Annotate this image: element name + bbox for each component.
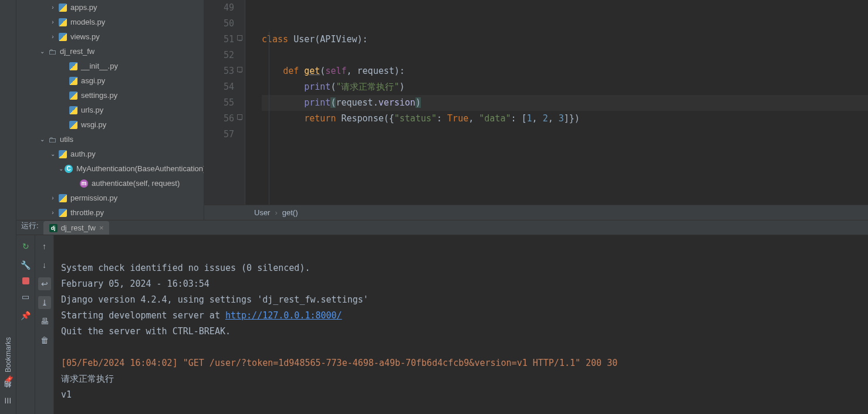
code-line[interactable] xyxy=(262,127,868,142)
tree-item-label: __init__.py xyxy=(81,62,118,70)
crumb-sep: › xyxy=(275,208,277,217)
tree-item-label: utils xyxy=(60,135,73,144)
run-tool-col-1: ↻ 🔧 ▭ 📌 xyxy=(16,235,35,414)
structure-tool[interactable]: ☰ 结构 xyxy=(2,389,14,409)
console-line: February 05, 2024 - 16:03:54 xyxy=(61,279,210,289)
layout-icon[interactable]: ▭ xyxy=(19,290,32,303)
stop-button[interactable] xyxy=(22,277,29,284)
softwrap-icon[interactable]: ↩ xyxy=(38,277,51,290)
code-line[interactable]: class User(APIView): xyxy=(262,32,868,47)
python-file-icon xyxy=(58,18,68,27)
tree-row[interactable]: ⌄🗀utils xyxy=(16,132,204,147)
run-tool-col-2: ↑ ↓ ↩ ⤓ 🖶 🗑 xyxy=(35,235,54,414)
python-file-icon xyxy=(58,208,68,218)
tree-row[interactable]: ⌄CMyAuthentication(BaseAuthentication) xyxy=(16,161,204,176)
tree-row[interactable]: ·asgi.py xyxy=(16,73,204,88)
console-line: v1 xyxy=(61,389,72,400)
folder-icon: 🗀 xyxy=(47,135,58,144)
python-file-icon xyxy=(58,3,68,12)
console-output[interactable]: System check identified no issues (0 sil… xyxy=(54,235,868,414)
run-config-tab[interactable]: dj dj_rest_fw × xyxy=(43,221,110,235)
python-file-icon xyxy=(58,194,68,203)
chevron-icon[interactable]: ⌄ xyxy=(48,151,58,157)
chevron-icon[interactable]: › xyxy=(48,33,58,40)
crumb-class[interactable]: User xyxy=(254,208,270,217)
code-line[interactable]: print("请求正常执行") xyxy=(262,79,868,95)
tree-item-label: wsgi.py xyxy=(81,120,106,129)
tree-row[interactable]: ›models.py xyxy=(16,15,204,29)
python-file-icon xyxy=(68,76,79,86)
console-request-line: [05/Feb/2024 16:04:02] "GET /user/?token… xyxy=(61,358,617,368)
tree-item-label: MyAuthentication(BaseAuthentication) xyxy=(76,164,204,173)
tree-row[interactable]: ⌄auth.py xyxy=(16,147,204,161)
tree-item-label: auth.py xyxy=(70,150,96,158)
left-tool-rail: 🔖 Bookmarks ☰ 结构 xyxy=(0,0,16,414)
up-arrow-icon[interactable]: ↑ xyxy=(38,240,51,253)
scroll-icon[interactable]: ⤓ xyxy=(38,296,51,309)
chevron-icon[interactable]: ⌄ xyxy=(59,165,63,172)
tree-row[interactable]: ›views.py xyxy=(16,29,204,44)
python-file-icon xyxy=(58,150,68,159)
tree-row[interactable]: ·mauthenticate(self, request) xyxy=(16,176,204,191)
crumb-method[interactable]: get() xyxy=(282,208,298,217)
python-file-icon xyxy=(68,106,79,115)
trash-icon[interactable]: 🗑 xyxy=(38,334,51,347)
python-file-icon xyxy=(68,62,79,71)
tree-row[interactable]: ›throttle.py xyxy=(16,205,204,220)
chevron-icon[interactable]: › xyxy=(48,195,58,201)
code-lines[interactable]: class User(APIView): def get(self, reque… xyxy=(245,0,868,205)
tree-item-label: asgi.py xyxy=(81,76,105,85)
tree-row[interactable]: ›apps.py xyxy=(16,0,204,15)
breadcrumb[interactable]: User › get() xyxy=(204,205,868,220)
close-icon[interactable]: × xyxy=(99,223,104,232)
pin-icon[interactable]: 📌 xyxy=(19,309,32,322)
tree-row[interactable]: ·settings.py xyxy=(16,88,204,103)
rerun-button[interactable]: ↻ xyxy=(19,240,32,253)
console-line: Starting development server at xyxy=(61,310,225,321)
down-arrow-icon[interactable]: ↓ xyxy=(38,259,51,272)
code-line[interactable] xyxy=(262,47,868,63)
wrench-icon[interactable]: 🔧 xyxy=(19,259,32,272)
server-url-link[interactable]: http://127.0.0.1:8000/ xyxy=(225,310,342,321)
tree-item-label: urls.py xyxy=(81,106,103,114)
chevron-icon[interactable]: › xyxy=(48,4,58,11)
chevron-icon[interactable]: ⌄ xyxy=(38,136,47,142)
chevron-icon[interactable]: › xyxy=(48,209,58,216)
django-icon: dj xyxy=(49,224,58,232)
chevron-icon[interactable]: ⌄ xyxy=(38,48,47,55)
code-line[interactable] xyxy=(262,16,868,32)
method-icon: m xyxy=(79,179,89,188)
tree-item-label: apps.py xyxy=(70,3,97,12)
indent-guide xyxy=(269,32,269,205)
project-tree[interactable]: ›apps.py›models.py›views.py⌄🗀dj_rest_fw·… xyxy=(16,0,204,220)
code-line[interactable] xyxy=(262,0,868,16)
tree-item-label: authenticate(self, request) xyxy=(92,179,180,188)
tree-row[interactable]: ·urls.py xyxy=(16,103,204,117)
tree-item-label: throttle.py xyxy=(70,208,104,217)
code-line[interactable]: return Response({"status": True, "data":… xyxy=(262,111,868,127)
bookmark-icon: 🔖 xyxy=(4,375,13,384)
bookmarks-label: Bookmarks xyxy=(4,337,12,372)
code-line[interactable]: def get(self, request): xyxy=(262,63,868,79)
run-tabbar: 运行: dj dj_rest_fw × xyxy=(16,220,868,235)
console-line: System check identified no issues (0 sil… xyxy=(61,263,310,273)
python-file-icon xyxy=(68,91,79,100)
run-panel: 运行: dj dj_rest_fw × ↻ 🔧 ▭ 📌 ↑ ↓ ↩ ⤓ 🖶 � xyxy=(16,220,868,414)
tree-row[interactable]: ⌄🗀dj_rest_fw xyxy=(16,44,204,59)
print-icon[interactable]: 🖶 xyxy=(38,315,51,328)
code-line[interactable]: print(request.version) xyxy=(262,95,868,111)
tree-item-label: dj_rest_fw xyxy=(60,47,94,56)
tree-item-label: permission.py xyxy=(70,194,117,202)
run-tab-label: dj_rest_fw xyxy=(61,223,96,232)
chevron-icon[interactable]: › xyxy=(48,19,58,25)
tree-row[interactable]: ›permission.py xyxy=(16,191,204,205)
bookmarks-tool[interactable]: 🔖 Bookmarks xyxy=(2,332,13,389)
tree-item-label: settings.py xyxy=(81,91,117,100)
editor[interactable]: 495051525354555657 class User(APIView): … xyxy=(204,0,868,220)
class-icon: C xyxy=(63,164,74,174)
tree-item-label: models.py xyxy=(70,18,105,26)
console-line: Django version 4.2.4, using settings 'dj… xyxy=(61,294,369,305)
tree-row[interactable]: ·wsgi.py xyxy=(16,117,204,132)
tree-row[interactable]: ·__init__.py xyxy=(16,59,204,73)
console-line: 请求正常执行 xyxy=(61,374,114,384)
